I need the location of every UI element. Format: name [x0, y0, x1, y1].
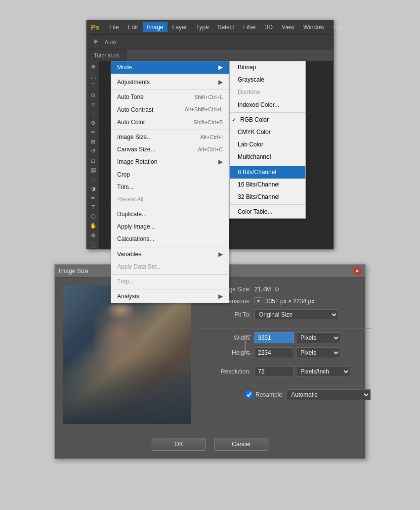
menu-reveal-all: Reveal All [111, 193, 229, 206]
separator-2 [111, 90, 229, 90]
menu-view[interactable]: View [278, 22, 298, 32]
move-tool[interactable]: ✥ [88, 63, 99, 71]
crop-tool[interactable]: ⌗ [88, 100, 99, 109]
fit-to-row: Fit To: Original Size [201, 309, 371, 320]
mode-16bits[interactable]: 16 Bits/Channel [230, 179, 305, 191]
gradient-tool[interactable]: ▤ [88, 166, 99, 174]
ps-logo: Ps [89, 23, 101, 31]
pen-tool[interactable]: ✒ [88, 194, 99, 202]
shape-tool[interactable]: ⬡ [88, 213, 99, 221]
image-dropdown-menu[interactable]: Mode ▶ Adjustments ▶ Auto Tone Shift+Ctr… [111, 61, 229, 303]
close-icon: ✕ [355, 269, 359, 274]
quick-select-tool[interactable]: ⊙ [88, 91, 99, 99]
brush-tool[interactable]: ✏ [88, 128, 99, 137]
gear-button[interactable]: ⚙ [273, 285, 281, 293]
width-unit-select[interactable]: Pixels [296, 332, 340, 343]
mode-8bits[interactable]: 8 Bits/Channel [230, 166, 305, 179]
main-area: ✥ ⬚ ⌒ ⊙ ⌗ ⌶ ⊕ ✏ ⊞ ↺ ◻ ▤ ◌ ◑ ✒ T ⬡ ✋ ⊕ ⬛ [87, 61, 333, 249]
fit-to-label: Fit To: [201, 311, 251, 318]
resolution-unit-select[interactable]: Pixels/Inch [296, 366, 350, 377]
width-height-container: Width: Pixels Height: Pixels [201, 332, 371, 362]
dialog-buttons: OK Cancel [55, 432, 365, 459]
width-row: Width: Pixels [201, 332, 371, 343]
menu-auto-contrast[interactable]: Auto Contrast Alt+Shift+Ctrl+L [111, 104, 229, 116]
auto-label: Auto [102, 38, 119, 46]
mode-multichannel[interactable]: Multichannel [230, 151, 305, 163]
menu-window[interactable]: Window [299, 22, 329, 32]
zoom-tool[interactable]: ⊕ [88, 231, 99, 239]
menu-image-size[interactable]: Image Size... Alt+Ctrl+I [111, 131, 229, 143]
history-tool[interactable]: ↺ [88, 147, 99, 155]
document-tabs: Tutorial.ps [87, 49, 333, 61]
menu-mode[interactable]: Mode ▶ [111, 61, 229, 74]
menu-file[interactable]: File [105, 22, 123, 32]
menu-duplicate[interactable]: Duplicate... [111, 208, 229, 221]
lasso-tool[interactable]: ⌒ [88, 82, 99, 90]
field-separator [201, 328, 371, 328]
menu-adjustments[interactable]: Adjustments ▶ [111, 76, 229, 89]
move-tool-btn[interactable]: ✥ [91, 38, 100, 46]
width-label: Width: [201, 334, 251, 341]
mode-lab[interactable]: Lab Color [230, 139, 305, 151]
dimensions-value: 3351 px × 2234 px [265, 298, 314, 305]
dialog-close-button[interactable]: ✕ [353, 267, 361, 275]
menu-help[interactable]: Help [329, 22, 349, 32]
menu-image-rotation[interactable]: Image Rotation ▶ [111, 156, 229, 168]
mode-cmyk[interactable]: CMYK Color [230, 126, 305, 139]
menu-calculations[interactable]: Calculations... [111, 233, 229, 245]
ok-button[interactable]: OK [152, 438, 206, 451]
width-input[interactable] [254, 332, 294, 343]
cancel-button[interactable]: Cancel [214, 438, 268, 451]
resample-checkbox[interactable] [246, 391, 252, 398]
hand-tool[interactable]: ✋ [88, 222, 99, 230]
separator-1 [111, 75, 229, 75]
mode-bitmap[interactable]: Bitmap [230, 61, 305, 74]
menu-3d[interactable]: 3D [261, 22, 277, 32]
height-unit-select[interactable]: Pixels [296, 347, 340, 358]
menu-apply-image[interactable]: Apply Image... [111, 221, 229, 233]
fg-bg-colors[interactable]: ⬛ [88, 240, 99, 249]
menu-analysis[interactable]: Analysis ▶ [111, 290, 229, 303]
resample-select[interactable]: Automatic [287, 389, 371, 400]
image-size-value: 21,4M [254, 286, 271, 293]
menu-variables[interactable]: Variables ▶ [111, 248, 229, 261]
eraser-tool[interactable]: ◻ [88, 156, 99, 165]
menu-select[interactable]: Select [214, 22, 238, 32]
stamp-tool[interactable]: ⊞ [88, 138, 99, 146]
rotation-arrow-icon: ▶ [218, 157, 223, 167]
mode-32bits[interactable]: 32 Bits/Channel [230, 191, 305, 203]
menu-trim[interactable]: Trim... [111, 181, 229, 193]
menu-layer[interactable]: Layer [168, 22, 191, 32]
type-tool[interactable]: T [88, 203, 99, 212]
healing-tool[interactable]: ⊕ [88, 119, 99, 127]
menu-image[interactable]: Image [143, 22, 167, 32]
separator-4 [111, 207, 229, 207]
chain-link-icon [245, 335, 252, 354]
mode-grayscale[interactable]: Grayscale [230, 74, 305, 86]
height-input[interactable] [254, 347, 294, 358]
dialog-fields: Image Size: 21,4M ⚙ Dimensions: ▼ 3351 p… [191, 285, 371, 424]
mode-indexed-color[interactable]: Indexed Color... [230, 99, 305, 111]
preview-thumbnail [63, 285, 191, 424]
menu-crop[interactable]: Crop [111, 169, 229, 181]
dimensions-dropdown-button[interactable]: ▼ [254, 297, 262, 305]
menu-auto-tone[interactable]: Auto Tone Shift+Ctrl+L [111, 91, 229, 103]
resolution-input[interactable] [254, 366, 294, 377]
mode-color-table[interactable]: Color Table... [230, 206, 305, 218]
menu-type[interactable]: Type [192, 22, 213, 32]
variables-arrow-icon: ▶ [218, 250, 223, 259]
menu-auto-color[interactable]: Auto Color Shift+Ctrl+B [111, 116, 229, 129]
photoshop-window: Ps File Edit Image Layer Type Select Fil… [86, 20, 334, 249]
mode-rgb[interactable]: RGB Color [230, 114, 305, 126]
menu-filter[interactable]: Filter [239, 22, 260, 32]
blur-tool[interactable]: ◌ [88, 175, 99, 184]
fit-to-select[interactable]: Original Size [254, 309, 338, 320]
menu-canvas-size[interactable]: Canvas Size... Alt+Ctrl+C [111, 143, 229, 156]
dodge-tool[interactable]: ◑ [88, 185, 99, 193]
eyedropper-tool[interactable]: ⌶ [88, 110, 99, 118]
mode-submenu[interactable]: Bitmap Grayscale Duotone Indexed Color..… [229, 61, 306, 219]
menu-edit[interactable]: Edit [124, 22, 142, 32]
menu-trap: Trap... [111, 276, 229, 288]
selection-tool[interactable]: ⬚ [88, 72, 99, 81]
document-tab[interactable]: Tutorial.ps [87, 49, 126, 61]
